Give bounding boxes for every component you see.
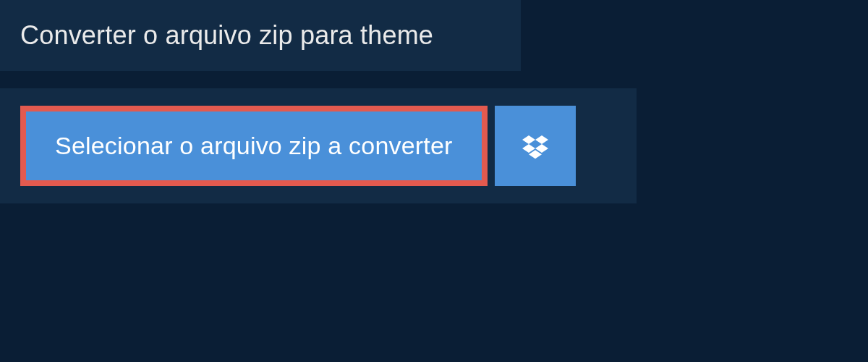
dropbox-icon [522, 133, 548, 159]
converter-panel: Converter o arquivo zip para theme Selec… [0, 0, 868, 203]
dropbox-button[interactable] [495, 106, 576, 186]
button-section: Selecionar o arquivo zip a converter [0, 88, 637, 203]
page-title: Converter o arquivo zip para theme [20, 20, 501, 51]
select-file-button[interactable]: Selecionar o arquivo zip a converter [20, 106, 488, 186]
header-bar: Converter o arquivo zip para theme [0, 0, 521, 71]
select-file-label: Selecionar o arquivo zip a converter [55, 132, 453, 160]
